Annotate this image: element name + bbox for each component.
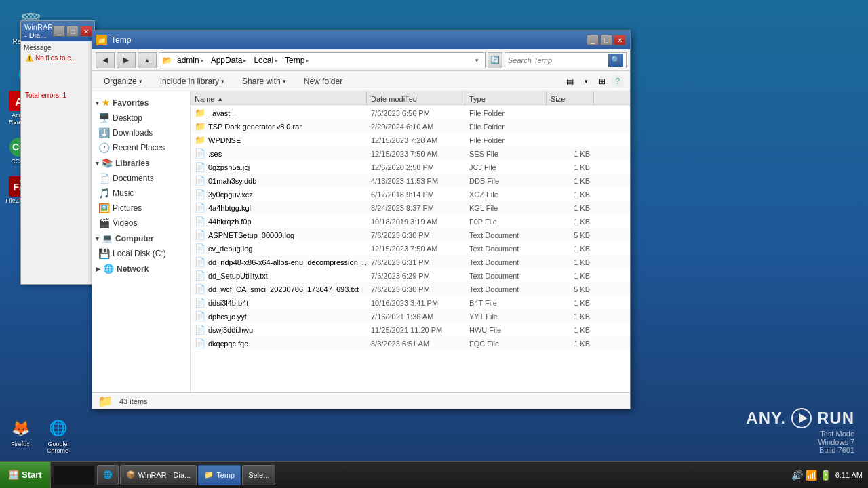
file-date-cell: 12/15/2023 7:50 AM bbox=[367, 245, 465, 253]
search-box[interactable]: 🔍 bbox=[505, 52, 627, 68]
file-type-cell: Text Document bbox=[465, 245, 547, 253]
file-type-cell: File Folder bbox=[465, 136, 547, 144]
file-type-cell: Text Document bbox=[465, 231, 547, 239]
table-row[interactable]: 📄 3y0cpguv.xcz 6/17/2018 9:14 PM XCZ Fil… bbox=[191, 188, 630, 201]
table-row[interactable]: 📄 .ses 12/15/2023 7:50 AM SES File 1 KB bbox=[191, 147, 630, 161]
file-size-cell: 1 KB bbox=[547, 258, 594, 266]
file-name-cell: 📁 WPDNSE bbox=[191, 135, 367, 145]
forward-button[interactable]: ▶ bbox=[117, 52, 136, 68]
nav-favorites-header[interactable]: ▾ ★ Favorites bbox=[92, 95, 190, 110]
firefox-label: Firefox bbox=[11, 441, 30, 447]
taskbar-item-ie[interactable]: 🌐 bbox=[97, 465, 119, 485]
addr-appdata[interactable]: AppData ▸ bbox=[209, 56, 250, 65]
table-row[interactable]: 📄 dd_SetupUtility.txt 7/6/2023 6:29 PM T… bbox=[191, 269, 630, 283]
desktop-icon-firefox[interactable]: 🦊 Firefox bbox=[3, 416, 37, 454]
col-header-date[interactable]: Date modified bbox=[367, 92, 465, 106]
taskbar-item-sel[interactable]: Sele... bbox=[242, 465, 275, 485]
taskbar-item-temp[interactable]: 📁 Temp bbox=[198, 465, 241, 485]
nav-item-pictures[interactable]: 🖼️ Pictures bbox=[92, 201, 190, 216]
addr-local-arrow: ▸ bbox=[275, 57, 278, 64]
desktop-icon-chrome[interactable]: 🌐 Google Chrome bbox=[41, 416, 75, 454]
file-icon: 📄 bbox=[195, 216, 205, 226]
winrar-maximize-btn[interactable]: □ bbox=[66, 26, 79, 37]
table-row[interactable]: 📄 0gzpsh5a.jcj 12/6/2020 2:58 PM JCJ Fil… bbox=[191, 161, 630, 174]
nav-item-recent-places[interactable]: 🕐 Recent Places bbox=[92, 140, 190, 155]
col-header-type[interactable]: Type bbox=[465, 92, 547, 106]
explorer-close-btn[interactable]: ✕ bbox=[614, 35, 626, 45]
search-submit-btn[interactable]: 🔍 bbox=[608, 54, 623, 67]
file-name-cell: 📁 TSP Dork generator v8.0.rar bbox=[191, 121, 367, 131]
table-row[interactable]: 📄 dd_ndp48-x86-x64-allos-enu_decompressi… bbox=[191, 256, 630, 269]
file-icon: 📄 bbox=[195, 284, 205, 294]
table-row[interactable]: 📁 TSP Dork generator v8.0.rar 2/29/2024 … bbox=[191, 120, 630, 134]
file-list-scroll[interactable]: 📁 _avast_ 7/6/2023 6:56 PM File Folder 📁… bbox=[191, 106, 630, 392]
explorer-minimize-btn[interactable]: _ bbox=[587, 35, 599, 45]
nav-item-videos[interactable]: 🎬 Videos bbox=[92, 216, 190, 230]
nav-libraries-header[interactable]: ▾ 📚 Libraries bbox=[92, 155, 190, 171]
addr-dropdown-btn[interactable]: ▾ bbox=[471, 55, 482, 66]
include-in-library-button[interactable]: Include in library ▾ bbox=[154, 74, 231, 89]
winrar-close-btn[interactable]: ✕ bbox=[80, 26, 92, 37]
view-dropdown-btn[interactable]: ▾ bbox=[578, 75, 593, 88]
table-row[interactable]: 📄 cv_debug.log 12/15/2023 7:50 AM Text D… bbox=[191, 242, 630, 256]
winrar-taskbar-icon: 📦 bbox=[126, 470, 136, 479]
address-bar[interactable]: 📂 admin ▸ AppData ▸ Local ▸ Temp ▸ bbox=[159, 52, 486, 68]
folder-icon: 📁 bbox=[195, 108, 205, 118]
view-details-btn[interactable]: ⊞ bbox=[595, 75, 610, 88]
file-name-cell: 📄 dd_wcf_CA_smci_20230706_173047_693.txt bbox=[191, 284, 367, 294]
sel-taskbar-label: Sele... bbox=[248, 471, 269, 479]
nav-network-header[interactable]: ▶ 🌐 Network bbox=[92, 261, 190, 277]
refresh-btn[interactable]: 🔄 bbox=[488, 52, 502, 68]
help-btn[interactable]: ? bbox=[611, 75, 625, 88]
start-button[interactable]: 🪟 Start bbox=[0, 462, 51, 488]
organize-button[interactable]: Organize ▾ bbox=[98, 74, 149, 89]
addr-local[interactable]: Local ▸ bbox=[252, 56, 280, 65]
addr-admin[interactable]: admin ▸ bbox=[175, 56, 206, 65]
file-name-text: 01mah3sy.ddb bbox=[208, 177, 256, 185]
winrar-taskbar-label: WinRAR - Dia... bbox=[138, 471, 191, 479]
recent-nav-icon: 🕐 bbox=[98, 142, 110, 153]
ie-icon: 🌐 bbox=[103, 470, 113, 479]
table-row[interactable]: 📄 dd_wcf_CA_smci_20230706_173047_693.txt… bbox=[191, 283, 630, 296]
file-name-cell: 📄 dd_SetupUtility.txt bbox=[191, 270, 367, 281]
winrar-minimize-btn[interactable]: _ bbox=[53, 26, 65, 37]
col-header-size[interactable]: Size bbox=[547, 92, 594, 106]
col-header-name[interactable]: Name ▲ bbox=[191, 92, 367, 106]
table-row[interactable]: 📄 44hkrqzh.f0p 10/18/2019 3:19 AM F0P Fi… bbox=[191, 215, 630, 228]
no-files-text: No files to c... bbox=[35, 54, 77, 62]
back-button[interactable]: ◀ bbox=[96, 52, 115, 68]
table-row[interactable]: 📄 dswj3ddi.hwu 11/25/2021 11:20 PM HWU F… bbox=[191, 323, 630, 337]
table-row[interactable]: 📄 dphcsjjc.yyt 7/16/2021 1:36 AM YYT Fil… bbox=[191, 310, 630, 323]
nav-item-music[interactable]: 🎵 Music bbox=[92, 186, 190, 201]
file-date-cell: 2/29/2024 6:10 AM bbox=[367, 123, 465, 131]
nav-item-downloads[interactable]: ⬇️ Downloads bbox=[92, 125, 190, 140]
taskbar-item-winrar[interactable]: 📦 WinRAR - Dia... bbox=[120, 465, 197, 485]
explorer-restore-btn[interactable]: □ bbox=[600, 35, 612, 45]
search-input[interactable] bbox=[508, 56, 607, 64]
file-date-cell: 7/6/2023 6:56 PM bbox=[367, 109, 465, 117]
favorites-star-icon: ★ bbox=[102, 98, 110, 108]
table-row[interactable]: 📄 ddsi3l4b.b4t 10/16/2023 3:41 PM B4T Fi… bbox=[191, 296, 630, 310]
new-folder-button[interactable]: New folder bbox=[298, 74, 349, 89]
up-button[interactable]: ▲ bbox=[138, 52, 157, 68]
table-row[interactable]: 📄 ASPNETSetup_00000.log 7/6/2023 6:30 PM… bbox=[191, 228, 630, 242]
share-with-label: Share with bbox=[242, 77, 281, 86]
share-with-button[interactable]: Share with ▾ bbox=[236, 74, 292, 89]
view-list-btn[interactable]: ▤ bbox=[562, 75, 577, 88]
addr-appdata-arrow: ▸ bbox=[243, 57, 247, 64]
nav-item-documents[interactable]: 📄 Documents bbox=[92, 171, 190, 186]
nav-computer-header[interactable]: ▾ 💻 Computer bbox=[92, 230, 190, 246]
table-row[interactable]: 📄 dkqcpqc.fqc 8/3/2023 6:51 AM FQC File … bbox=[191, 337, 630, 350]
table-row[interactable]: 📄 4a4hbtgg.kgl 8/24/2023 9:37 PM KGL Fil… bbox=[191, 201, 630, 215]
table-row[interactable]: 📁 WPDNSE 12/15/2023 7:28 AM File Folder bbox=[191, 134, 630, 147]
addr-temp[interactable]: Temp ▸ bbox=[283, 56, 311, 65]
file-size-cell: 1 KB bbox=[547, 340, 594, 348]
table-row[interactable]: 📁 _avast_ 7/6/2023 6:56 PM File Folder bbox=[191, 106, 630, 120]
nav-item-local-disk[interactable]: 💾 Local Disk (C:) bbox=[92, 246, 190, 261]
file-date-cell: 12/15/2023 7:50 AM bbox=[367, 150, 465, 158]
nav-item-desktop[interactable]: 🖥️ Desktop bbox=[92, 110, 190, 125]
file-name-text: cv_debug.log bbox=[208, 245, 252, 253]
computer-toggle: ▾ bbox=[96, 235, 99, 242]
table-row[interactable]: 📄 01mah3sy.ddb 4/13/2023 11:53 PM DDB Fi… bbox=[191, 174, 630, 188]
file-icon: 📄 bbox=[195, 338, 205, 348]
